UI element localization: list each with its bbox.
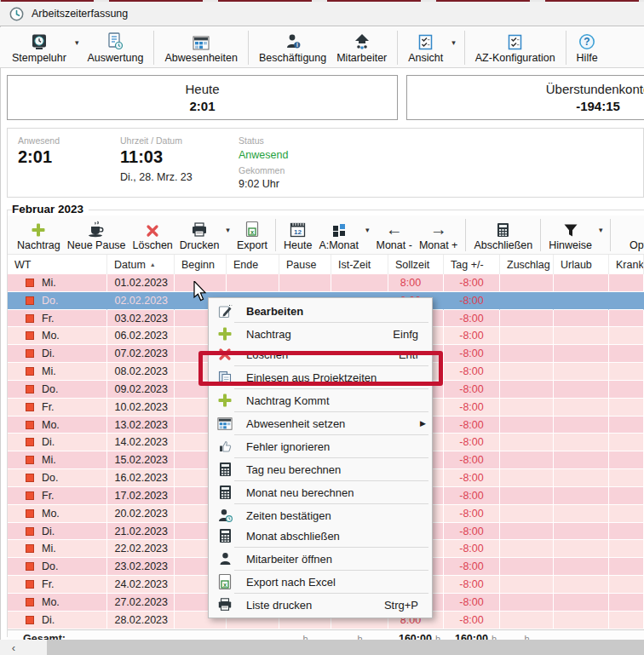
cell-zuschlag	[500, 612, 554, 629]
toolbar-button-stempeluhr[interactable]: Stempeluhr	[7, 28, 72, 67]
cell-ist	[331, 274, 388, 292]
toolbar-button-heute[interactable]: 12Heute	[280, 216, 315, 253]
gekommen-label: Gekommen	[239, 165, 285, 175]
weekday-label: Mi.	[42, 277, 56, 289]
toolbar-button-label: Hilfe	[577, 52, 598, 64]
cell-datum: 24.02.2023	[107, 576, 175, 594]
cell-urlaub	[554, 327, 609, 345]
tag-diff-value: -8:00	[459, 560, 484, 572]
datum-value: 15.02.2023	[114, 454, 168, 466]
cell-weekday: Di.	[8, 612, 107, 629]
printer-icon	[217, 598, 233, 612]
toolbar-button-abschließen[interactable]: Abschließen	[470, 216, 536, 253]
cell-datum: 16.02.2023	[107, 469, 175, 487]
column-header-beginn[interactable]: Beginn	[175, 255, 227, 274]
cell-tag-diff: -8:00	[444, 487, 500, 505]
tag-diff-value: -8:00	[459, 526, 484, 537]
cell-zuschlag	[500, 417, 554, 434]
menu-item-liste-drucken[interactable]: Liste druckenStrg+P	[209, 595, 432, 615]
toolbar-button-monat[interactable]: →Monat +	[416, 216, 462, 253]
app-clock-icon	[9, 7, 24, 21]
cell-krankheit	[609, 345, 644, 363]
menu-item-abwesenheit-setzen[interactable]: Abwesenheit setzen▶	[209, 413, 432, 434]
dropdown-arrow-icon[interactable]: ▾	[75, 38, 79, 47]
datum-value: 08.02.2023	[114, 365, 168, 377]
column-header-tag[interactable]: Tag +/-	[444, 255, 500, 274]
scrollbar-thumb[interactable]	[47, 640, 644, 655]
datum-value: 27.02.2023	[114, 596, 168, 608]
column-header-label: Beginn	[181, 259, 215, 271]
menu-item-monat-neu-berechnen[interactable]: Monat neu berechnen	[209, 482, 432, 503]
toolbar-button-löschen[interactable]: Löschen	[129, 216, 176, 253]
cell-tag-diff: -8:00	[444, 594, 500, 612]
day-status-square-icon	[26, 403, 34, 411]
toolbar-button-hilfe[interactable]: ?Hilfe	[572, 28, 603, 67]
toolbar-button-ansicht[interactable]: Ansicht	[403, 28, 448, 67]
toolbar-button-export[interactable]: xExport	[233, 216, 271, 253]
dropdown-arrow-icon[interactable]: ▾	[365, 226, 370, 234]
tag-diff-value: -8:00	[459, 348, 484, 359]
weekday-label: Fr.	[42, 401, 55, 413]
menu-item-tag-neu-berechnen[interactable]: Tag neu berechnen	[209, 459, 432, 480]
menu-item-einlesen-aus-projektzeiten[interactable]: Einlesen aus Projektzeiten	[209, 367, 432, 388]
column-header-zuschlag[interactable]: Zuschlag	[500, 255, 554, 274]
cell-zuschlag	[500, 381, 554, 399]
cell-krankheit	[609, 594, 644, 612]
toolbar-button-label: Ansicht	[408, 52, 443, 64]
weekday-label: Mi.	[42, 454, 56, 466]
menu-item-nachtrag[interactable]: NachtragEinfg	[209, 324, 432, 344]
column-header-ende[interactable]: Ende	[227, 255, 279, 274]
menu-item-shortcut: Strg+P	[384, 599, 418, 612]
scroll-left-arrow-icon[interactable]: ‹	[5, 640, 22, 655]
toolbar-button-monat[interactable]: ←Monat -	[372, 216, 415, 253]
column-header-sollzeit[interactable]: Sollzeit	[388, 255, 444, 274]
menu-item-monat-abschließen[interactable]: Monat abschließen	[209, 526, 432, 546]
toolbar-button-abwesenheiten[interactable]: Abwesenheiten	[159, 28, 242, 67]
cell-weekday: Mo.	[8, 417, 107, 434]
cell-tag-diff: -8:00	[444, 310, 500, 328]
toolbar-button-mitarbeiter[interactable]: Mitarbeiter	[331, 28, 392, 67]
tag-diff-value: -8:00	[459, 383, 484, 395]
menu-item-export-nach-excel[interactable]: xExport nach Excel	[209, 572, 432, 592]
menu-item-nachtrag-kommt[interactable]: Nachtrag Kommt	[209, 390, 432, 411]
toolbar-button-beschäftigung[interactable]: iBeschäftigung	[254, 28, 331, 67]
menu-item-löschen[interactable]: LöschenEntf	[209, 344, 432, 365]
cell-urlaub	[554, 417, 609, 434]
toolbar-button-drucken[interactable]: Drucken	[176, 216, 223, 253]
menu-item-fehler-ignorieren[interactable]: Fehler ignorieren	[209, 436, 432, 457]
toolbar-separator	[397, 31, 398, 65]
toolbar-button-az-konfiguration[interactable]: AZ-Konfiguration	[470, 28, 561, 67]
column-header-krankheit[interactable]: Krankheit	[609, 255, 644, 274]
cell-urlaub	[554, 363, 609, 381]
person-info-icon: i	[285, 32, 302, 50]
day-status-square-icon	[26, 598, 34, 606]
column-header-datum[interactable]: Datum▲	[107, 255, 175, 274]
menu-item-mitarbeiter-öffnen[interactable]: Mitarbeiter öffnen	[209, 549, 432, 569]
menu-item-bearbeiten[interactable]: Bearbeiten	[209, 301, 432, 321]
toolbar-button-neue-pause[interactable]: Neue Pause	[64, 216, 129, 253]
filter-icon	[563, 219, 578, 238]
column-header-wt[interactable]: WT	[8, 255, 107, 274]
toolbar-button-a-monat[interactable]: A:Monat	[315, 216, 362, 253]
cell-datum: 22.02.2023	[107, 540, 175, 558]
horizontal-scrollbar[interactable]: ‹	[0, 640, 644, 655]
edit-icon	[217, 304, 233, 319]
table-row[interactable]: Mi.01.02.20238:00-8:00	[8, 274, 644, 292]
toolbar-button-auswertung[interactable]: Auswertung	[82, 28, 148, 67]
column-header-pause[interactable]: Pause	[279, 255, 331, 274]
cell-datum: 07.02.2023	[107, 345, 175, 363]
menu-item-label: Zeiten bestätigen	[246, 509, 331, 522]
cell-weekday: Fr.	[8, 310, 107, 328]
toolbar-button-nachtrag[interactable]: Nachtrag	[14, 216, 64, 253]
column-header-ist-zeit[interactable]: Ist-Zeit	[331, 255, 388, 274]
menu-item-zeiten-bestätigen[interactable]: Zeiten bestätigen	[209, 505, 432, 526]
day-status-square-icon	[26, 616, 34, 624]
column-header-urlaub[interactable]: Urlaub	[554, 255, 609, 274]
dropdown-arrow-icon[interactable]: ▾	[226, 226, 230, 234]
dropdown-arrow-icon[interactable]: ▾	[451, 38, 456, 47]
dropdown-arrow-icon[interactable]: ▾	[599, 226, 603, 234]
weekday-label: Mo.	[42, 419, 60, 431]
toolbar-button-hinweise[interactable]: Hinweise	[545, 216, 595, 253]
toolbar-button-optionen[interactable]: Optionen	[626, 216, 644, 253]
toolbar-button-label: Monat -	[376, 239, 411, 251]
